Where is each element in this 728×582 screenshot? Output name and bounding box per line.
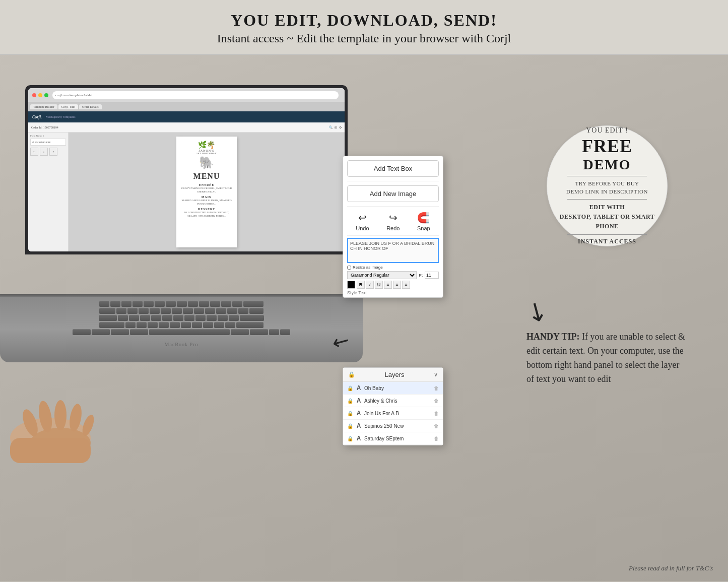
key[interactable] <box>216 308 226 314</box>
settings-icon[interactable]: ⚙ <box>339 125 342 129</box>
redo-tool[interactable]: ↪ Redo <box>386 212 400 231</box>
enter-key[interactable] <box>240 315 264 321</box>
key[interactable] <box>249 308 263 314</box>
key[interactable] <box>118 315 128 321</box>
sidebar-btn-1[interactable]: ↩ <box>30 148 38 156</box>
key[interactable] <box>161 308 171 314</box>
undo-tool[interactable]: ↩ Undo <box>356 212 369 231</box>
key[interactable] <box>140 315 150 321</box>
tab-3[interactable]: Order Details <box>79 104 102 109</box>
layer-item[interactable]: 🔒 A Saturday SEptem 🗑 <box>343 432 443 445</box>
key[interactable] <box>210 301 220 307</box>
window-minimize-dot[interactable] <box>38 93 42 97</box>
add-text-box-button[interactable]: Add Text Box <box>347 160 439 177</box>
shift-right-key[interactable] <box>236 322 263 328</box>
key[interactable] <box>110 301 120 307</box>
corjl-canvas[interactable]: 🌿🌴 JANON'S 1ST BIRTHDAY 🐘 MENU ENTRÉE CR… <box>69 133 345 251</box>
chevron-down-icon[interactable]: ∨ <box>434 371 438 378</box>
key[interactable] <box>137 322 147 328</box>
caps-key[interactable] <box>99 315 117 321</box>
command-left-key[interactable] <box>130 329 148 335</box>
layer-delete-icon[interactable]: 🗑 <box>434 411 439 416</box>
arrow-right-key[interactable] <box>280 329 290 335</box>
backspace-key[interactable] <box>243 301 263 307</box>
option-key[interactable] <box>111 329 129 335</box>
layer-delete-icon[interactable]: 🗑 <box>434 385 439 391</box>
key[interactable] <box>221 301 231 307</box>
key[interactable] <box>159 322 169 328</box>
color-swatch[interactable] <box>347 281 355 289</box>
key[interactable] <box>177 301 187 307</box>
key[interactable] <box>203 322 213 328</box>
key[interactable] <box>162 315 172 321</box>
corjl-toolbar[interactable]: Order Id: 1509758194 🔍 ⊞ ⚙ <box>28 122 345 133</box>
key[interactable] <box>151 315 161 321</box>
align-left-button[interactable]: ≡ <box>384 281 392 289</box>
key[interactable] <box>116 308 126 314</box>
sidebar-btn-2[interactable]: ↓ <box>40 148 48 156</box>
zoom-icon[interactable]: 🔍 <box>329 125 333 129</box>
key[interactable] <box>121 301 131 307</box>
tab-1[interactable]: Template Builder <box>30 104 57 109</box>
window-maximize-dot[interactable] <box>44 93 48 97</box>
add-new-image-button[interactable]: Add New Image <box>347 185 439 202</box>
key[interactable] <box>127 308 138 314</box>
layer-delete-icon[interactable]: 🗑 <box>434 436 439 441</box>
underline-button[interactable]: U <box>375 281 383 289</box>
layer-delete-icon[interactable]: 🗑 <box>434 423 439 429</box>
align-right-button[interactable]: ≡ <box>402 281 410 289</box>
tab-active[interactable]: Corjl - Edit <box>58 104 78 109</box>
bold-button[interactable]: B <box>357 281 365 289</box>
sidebar-btn-3[interactable]: ✓ <box>49 148 57 156</box>
key[interactable] <box>229 315 239 321</box>
layer-item[interactable]: 🔒 A Ashley & Chris 🗑 <box>343 395 443 407</box>
fn-key[interactable] <box>73 329 91 335</box>
key[interactable] <box>129 315 139 321</box>
menu-card[interactable]: 🌿🌴 JANON'S 1ST BIRTHDAY 🐘 MENU ENTRÉE CR… <box>176 137 237 247</box>
key[interactable] <box>139 308 149 314</box>
control-key[interactable] <box>92 329 110 335</box>
arrow-left-key[interactable] <box>269 329 279 335</box>
layer-item[interactable]: 🔒 A Supinos 250 New 🗑 <box>343 420 443 432</box>
key[interactable] <box>238 308 248 314</box>
key[interactable] <box>155 301 165 307</box>
key[interactable] <box>170 322 180 328</box>
key[interactable] <box>232 301 242 307</box>
key[interactable] <box>183 308 193 314</box>
command-right-key[interactable] <box>231 329 249 335</box>
window-close-dot[interactable] <box>32 93 36 97</box>
key[interactable] <box>207 315 217 321</box>
key[interactable] <box>184 315 194 321</box>
grid-icon[interactable]: ⊞ <box>335 125 337 129</box>
key[interactable] <box>181 322 191 328</box>
font-select[interactable]: Garamond Regular <box>347 271 417 279</box>
tab-key[interactable] <box>99 308 115 314</box>
key[interactable] <box>195 315 206 321</box>
key[interactable] <box>188 301 198 307</box>
key[interactable] <box>194 308 204 314</box>
key[interactable] <box>144 301 154 307</box>
key[interactable] <box>205 308 215 314</box>
key[interactable] <box>218 315 228 321</box>
key[interactable] <box>172 308 182 314</box>
url-bar[interactable]: corjl.com/templates/bridal <box>52 91 339 99</box>
align-center-button[interactable]: ≡ <box>393 281 401 289</box>
key[interactable] <box>166 301 176 307</box>
selected-text-preview[interactable]: PLEASE JOIN US F OR A BRIDAL BRUN CH IN … <box>347 238 439 263</box>
resize-checkbox[interactable] <box>347 266 351 270</box>
key[interactable] <box>199 301 209 307</box>
layer-item[interactable]: 🔒 A Oh Baby 🗑 <box>343 382 443 395</box>
key[interactable] <box>99 301 109 307</box>
key[interactable] <box>148 322 158 328</box>
key[interactable] <box>225 322 235 328</box>
key[interactable] <box>227 308 237 314</box>
shift-left-key[interactable] <box>99 322 124 328</box>
space-bar[interactable] <box>149 329 230 335</box>
key[interactable] <box>214 322 224 328</box>
key[interactable] <box>192 322 202 328</box>
font-size-input[interactable] <box>425 272 439 279</box>
key[interactable] <box>125 322 136 328</box>
italic-button[interactable]: I <box>366 281 374 289</box>
key[interactable] <box>150 308 160 314</box>
layer-item[interactable]: 🔒 A Join Us For A B 🗑 <box>343 407 443 420</box>
